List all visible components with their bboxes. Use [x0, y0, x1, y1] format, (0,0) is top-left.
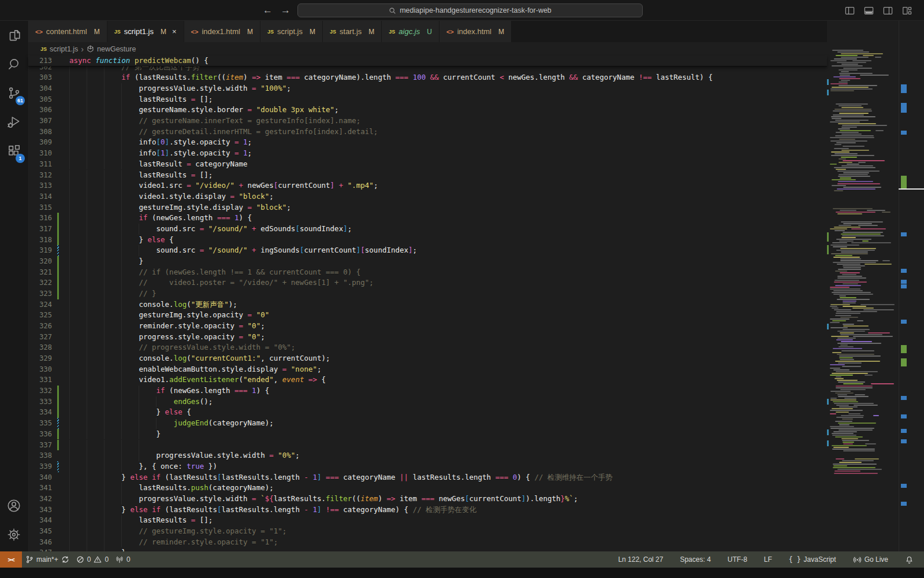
- code-line-347[interactable]: 347 }: [28, 547, 827, 551]
- activity-item-account[interactable]: [0, 491, 28, 520]
- code-line-332[interactable]: 332 if (newGes.length === 1) {: [28, 386, 827, 397]
- code-line-303[interactable]: 303 if (lastResults.filter((item) => ite…: [28, 72, 827, 83]
- code-line-343[interactable]: 343 } else if (lastResults[lastResults.l…: [28, 505, 827, 516]
- panel-bottom-icon[interactable]: [863, 5, 874, 16]
- code-text: judgeEnd(categoryName);: [69, 418, 274, 429]
- code-line-324[interactable]: 324 console.log("更新声音");: [28, 299, 827, 310]
- code-line-338[interactable]: 338 progressValue.style.width = "0%";: [28, 450, 827, 461]
- breadcrumb[interactable]: JS script1.js › newGesture: [28, 42, 924, 55]
- tab-close-button[interactable]: ×: [172, 27, 177, 36]
- code-line-309[interactable]: 309 info[0].style.opacity = 1;: [28, 137, 827, 148]
- activity-item-settings[interactable]: [0, 520, 28, 549]
- minimap[interactable]: [827, 21, 899, 551]
- code-line-336[interactable]: 336 }: [28, 429, 827, 440]
- code-line-337[interactable]: 337: [28, 440, 827, 451]
- debug-icon: [6, 114, 21, 129]
- sync-icon: [61, 555, 69, 564]
- code-text: // reminder.style.opacity = "1";: [69, 537, 278, 548]
- panel-left-icon[interactable]: [844, 5, 855, 16]
- status-item-go-live[interactable]: Go Live: [850, 551, 892, 568]
- code-line-319[interactable]: 319 sound.src = "/sound/" + ingSounds[cu…: [28, 245, 827, 256]
- activity-item-search[interactable]: [0, 50, 28, 79]
- ruler-modified-mark: [901, 320, 907, 324]
- code-line-304[interactable]: 304 progressValue.style.width = "100%";: [28, 83, 827, 94]
- tab-start.js[interactable]: JSstart.jsM: [323, 21, 382, 42]
- gutter-added-indicator: [57, 213, 59, 224]
- status-item-indentation[interactable]: Spaces: 4: [676, 551, 714, 568]
- tab-script1.js[interactable]: JSscript1.jsM×: [107, 21, 184, 42]
- code-line-321[interactable]: 321 // if (newGes.length !== 1 && curren…: [28, 267, 827, 278]
- breadcrumb-file[interactable]: script1.js: [50, 45, 78, 53]
- code-line-323[interactable]: 323 // }: [28, 288, 827, 299]
- code-text: endGes();: [69, 397, 213, 407]
- status-item-problems[interactable]: 00: [73, 551, 112, 568]
- panel-right-icon[interactable]: [882, 5, 893, 16]
- code-line-312[interactable]: 312 lastResults = [];: [28, 170, 827, 181]
- code-line-341[interactable]: 341 lastResults.push(categoryName);: [28, 483, 827, 494]
- customize-layout-icon[interactable]: [901, 5, 912, 16]
- tab-index.html[interactable]: <>index.htmlM: [439, 21, 512, 42]
- code-line-316[interactable]: 316 if (newGes.length === 1) {: [28, 213, 827, 224]
- code-line-342[interactable]: 342 progressValue.style.width = `${lastR…: [28, 494, 827, 505]
- code-line-311[interactable]: 311 lastResult = categoryName: [28, 159, 827, 170]
- gutter-added-indicator: [57, 407, 59, 418]
- line-number: 346: [28, 537, 52, 548]
- code-line-346[interactable]: 346 // reminder.style.opacity = "1";: [28, 537, 827, 548]
- code-line-308[interactable]: 308 // gestureDetail.innerHTML = gesture…: [28, 127, 827, 138]
- status-item-encoding[interactable]: UTF-8: [724, 551, 751, 568]
- tab-strip: <>content.htmlMJSscript1.jsM×<>index1.ht…: [28, 21, 924, 42]
- tab-dirty-indicator: M: [368, 28, 374, 36]
- back-arrow-button[interactable]: ←: [263, 5, 273, 16]
- code-line-320[interactable]: 320 }: [28, 256, 827, 267]
- code-line-326[interactable]: 326 reminder.style.opacity = "0";: [28, 321, 827, 332]
- code-line-318[interactable]: 318 } else {: [28, 235, 827, 246]
- code-line-333[interactable]: 333 endGes();: [28, 397, 827, 407]
- status-item-remote-indicator[interactable]: ><: [0, 551, 22, 568]
- code-line-329[interactable]: 329 console.log("currentCount1:", curren…: [28, 353, 827, 364]
- code-line-345[interactable]: 345 // gestureImg.style.opacity = "1";: [28, 526, 827, 537]
- code-line-305[interactable]: 305 lastResults = [];: [28, 94, 827, 105]
- code-line-330[interactable]: 330 enableWebcamButton.style.display = "…: [28, 364, 827, 375]
- code-line-340[interactable]: 340 } else if (lastResults[lastResults.l…: [28, 472, 827, 483]
- status-item-ports[interactable]: 0: [112, 551, 134, 568]
- activity-item-explorer[interactable]: [0, 21, 28, 50]
- command-center-search[interactable]: mediapipe-handgesturerecognizer-task-for…: [297, 3, 643, 17]
- activity-item-source-control[interactable]: 61: [0, 79, 28, 108]
- tab-content.html[interactable]: <>content.htmlM: [28, 21, 107, 42]
- overview-ruler[interactable]: [899, 21, 908, 551]
- forward-arrow-button[interactable]: →: [281, 5, 290, 16]
- code-line-310[interactable]: 310 info[1].style.opacity = 1;: [28, 148, 827, 159]
- status-item-eol[interactable]: LF: [761, 551, 776, 568]
- status-item-notifications[interactable]: [901, 551, 917, 568]
- code-line-334[interactable]: 334 } else {: [28, 407, 827, 418]
- code-text: // gestureName.innerText = gestureInfo[i…: [69, 116, 360, 127]
- line-number: 306: [28, 105, 52, 116]
- code-line-314[interactable]: 314 video1.style.display = "block";: [28, 191, 827, 202]
- editor[interactable]: 302 // 第一次比画这个手势303 if (lastResults.filt…: [28, 55, 827, 551]
- code-line-307[interactable]: 307 // gestureName.innerText = gestureIn…: [28, 116, 827, 127]
- code-line-331[interactable]: 331 video1.addEventListener("ended", eve…: [28, 375, 827, 386]
- code-line-335[interactable]: 335 judgeEnd(categoryName);: [28, 418, 827, 429]
- activity-item-run-debug[interactable]: [0, 108, 28, 136]
- tab-aigc.js[interactable]: JSaigc.jsU: [382, 21, 439, 42]
- code-line-339[interactable]: 339 }, { once: true }): [28, 461, 827, 472]
- tab-index1.html[interactable]: <>index1.htmlM: [184, 21, 260, 42]
- code-line-327[interactable]: 327 progress.style.opacity = "0";: [28, 332, 827, 343]
- code-line-325[interactable]: 325 gestureImg.style.opacity = "0": [28, 310, 827, 321]
- activity-item-extensions[interactable]: 1: [0, 136, 28, 165]
- status-item-branch-status[interactable]: main*+: [22, 551, 73, 568]
- code-line-344[interactable]: 344 lastResults = [];: [28, 515, 827, 526]
- code-line-328[interactable]: 328 // progressValue.style.width = "0%";: [28, 342, 827, 353]
- breadcrumb-symbol[interactable]: newGesture: [97, 45, 136, 53]
- ruler-modified-mark: [901, 280, 907, 284]
- code-line-317[interactable]: 317 sound.src = "/sound/" + edSounds[sou…: [28, 224, 827, 235]
- status-item-cursor-position[interactable]: Ln 122, Col 27: [614, 551, 666, 568]
- code-line-306[interactable]: 306 gestureName.style.border = "double 3…: [28, 105, 827, 116]
- code-line-315[interactable]: 315 gestureImg.style.display = "block";: [28, 202, 827, 213]
- code-line-313[interactable]: 313 video1.src = "/video/" + newGes[curr…: [28, 180, 827, 191]
- status-item-language-mode[interactable]: { }JavaScript: [785, 551, 840, 568]
- code-text: // gestureDetail.innerHTML = gestureInfo…: [69, 127, 378, 138]
- tab-script.js[interactable]: JSscript.jsM: [260, 21, 323, 42]
- code-line-322[interactable]: 322 // video1.poster = "/video/" + newGe…: [28, 277, 827, 288]
- sticky-scroll-line[interactable]: 213 async function predictWebcam() {: [28, 55, 827, 66]
